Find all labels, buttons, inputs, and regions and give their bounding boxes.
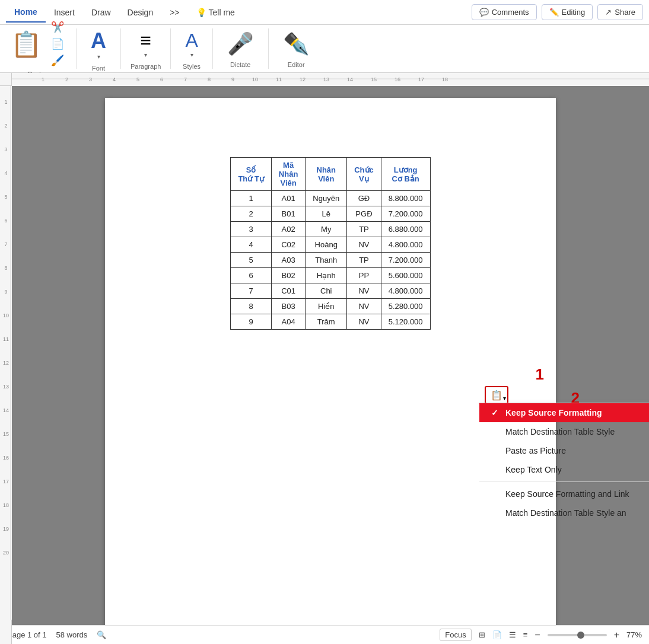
table-cell-1-4: 7.200.000: [381, 206, 430, 222]
tab-draw[interactable]: Draw: [83, 3, 119, 22]
svg-text:4: 4: [4, 170, 7, 176]
keep-source-link-option[interactable]: Keep Source Formatting and Link: [479, 484, 649, 503]
table-cell-7-3: NV: [347, 299, 381, 314]
page-icon[interactable]: 📄: [492, 630, 502, 639]
zoom-slider[interactable]: [548, 634, 607, 636]
dictate-button[interactable]: 🎤: [222, 29, 259, 59]
cut-icon: ✂️: [51, 21, 64, 34]
document-scroll-area[interactable]: SốThứ Tự MãNhânViên NhânViên ChứcVụ Lươn…: [12, 86, 649, 644]
list-view-icon[interactable]: ☰: [509, 630, 516, 639]
table-cell-0-0: 1: [231, 191, 271, 206]
svg-text:2: 2: [65, 76, 68, 82]
focus-button[interactable]: Focus: [440, 629, 471, 641]
zoom-plus[interactable]: +: [614, 630, 619, 640]
svg-text:3: 3: [89, 76, 92, 82]
paragraph-group: ≡ ▾ Paragraph: [131, 28, 171, 69]
svg-text:16: 16: [395, 76, 400, 82]
table-cell-3-1: C02: [271, 237, 306, 253]
copy-button[interactable]: 📄: [49, 36, 66, 52]
svg-text:20: 20: [3, 550, 9, 556]
align-icon[interactable]: ≡: [523, 630, 528, 639]
zoom-thumb: [577, 632, 584, 639]
paste-sub-buttons: ✂️ 📄 🖌️: [49, 20, 66, 68]
match-destination-option[interactable]: Match Destination Table Style: [479, 422, 649, 441]
dictate-group: 🎤 Dictate: [222, 28, 269, 69]
table-cell-2-0: 3: [231, 222, 271, 237]
table-cell-2-3: TP: [347, 222, 381, 237]
table-cell-7-2: Hiền: [306, 299, 347, 314]
table-row: 5A03ThanhTP7.200.000: [231, 253, 430, 268]
svg-text:15: 15: [3, 431, 9, 437]
proofing-icon[interactable]: 🔍: [97, 630, 106, 639]
check-icon: ✓: [491, 408, 501, 417]
table-cell-4-3: TP: [347, 253, 381, 268]
table-cell-1-1: B01: [271, 206, 306, 222]
svg-text:10: 10: [252, 76, 258, 82]
svg-text:5: 5: [136, 76, 139, 82]
data-table: SốThứ Tự MãNhânViên NhânViên ChứcVụ Lươn…: [230, 157, 430, 330]
ruler-svg: 1 2 3 4 5 6 7 8 9 10 11 12 13 14 15 16 1…: [12, 73, 649, 86]
paste-context-menu: ✓ Keep Source Formatting Match Destinati…: [479, 403, 649, 404]
layout-icon[interactable]: ⊞: [479, 630, 485, 639]
styles-group: A ▾ Styles: [180, 28, 212, 69]
table-cell-3-4: 4.800.000: [381, 237, 430, 253]
table-cell-4-1: A03: [271, 253, 306, 268]
svg-text:6: 6: [160, 76, 163, 82]
ribbon-right-buttons: 💬 Comments ✏️ Editing ↗ Share: [472, 4, 643, 20]
table-cell-6-0: 7: [231, 283, 271, 299]
paragraph-button[interactable]: ≡ ▾: [135, 27, 156, 60]
match-destination-link-option[interactable]: Match Destination Table Style an: [479, 503, 649, 522]
table-cell-4-4: 7.200.000: [381, 253, 430, 268]
table-header-nv: NhânViên: [306, 158, 347, 191]
styles-button[interactable]: A ▾: [180, 27, 202, 60]
font-group: A ▾ Font: [86, 28, 121, 69]
svg-text:13: 13: [323, 76, 329, 82]
keep-source-formatting-option[interactable]: ✓ Keep Source Formatting: [479, 403, 649, 422]
svg-text:8: 8: [208, 76, 211, 82]
app-window: Home Insert Draw Design >> 💡 Tell me 💬 C…: [0, 0, 649, 644]
svg-text:6: 6: [4, 218, 7, 224]
table-cell-4-0: 5: [231, 253, 271, 268]
table-header-row: SốThứ Tự MãNhânViên NhânViên ChứcVụ Lươn…: [231, 158, 430, 191]
ribbon-toolbar: 📋 ✂️ 📄 🖌️ Paste: [0, 25, 649, 72]
paste-button[interactable]: 📋: [6, 27, 46, 61]
table-body: 1A01NguyênGĐ8.800.0002B01LêPGĐ7.200.0003…: [231, 191, 430, 330]
ruler-corner: [0, 73, 12, 86]
svg-text:13: 13: [3, 384, 9, 390]
styles-label: Styles: [183, 63, 201, 70]
paste-as-picture-option[interactable]: Paste as Picture: [479, 441, 649, 460]
editor-button[interactable]: ✒️: [278, 29, 314, 59]
share-button[interactable]: ↗ Share: [597, 4, 643, 20]
paste-options-button[interactable]: 📋 ▾: [485, 386, 508, 404]
svg-text:12: 12: [3, 360, 9, 366]
svg-text:2: 2: [4, 123, 7, 129]
editing-button[interactable]: ✏️ Editing: [542, 4, 593, 20]
table-cell-8-0: 9: [231, 314, 271, 330]
table-header-luong: LươngCơ Bản: [381, 158, 430, 191]
font-button[interactable]: A ▾: [86, 26, 111, 62]
styles-dropdown-arrow: ▾: [190, 52, 193, 58]
table-cell-5-1: B02: [271, 268, 306, 283]
table-row: 3A02MyTP6.880.000: [231, 222, 430, 237]
svg-text:14: 14: [347, 76, 353, 82]
paste-clipboard-icon: 📋: [491, 390, 502, 401]
tab-more[interactable]: >>: [161, 3, 187, 22]
format-painter-button[interactable]: 🖌️: [49, 53, 66, 68]
svg-text:9: 9: [4, 289, 7, 295]
table-cell-2-2: My: [306, 222, 347, 237]
format-painter-icon: 🖌️: [51, 54, 64, 67]
svg-text:17: 17: [3, 479, 9, 484]
cut-button[interactable]: ✂️: [49, 20, 66, 35]
tab-insert[interactable]: Insert: [46, 3, 83, 22]
svg-rect-20: [0, 86, 12, 620]
comments-button[interactable]: 💬 Comments: [472, 4, 537, 20]
keep-text-only-option[interactable]: Keep Text Only: [479, 460, 649, 479]
tab-tell-me[interactable]: 💡 Tell me: [188, 3, 243, 22]
table-cell-8-4: 5.120.000: [381, 314, 430, 330]
table-row: 9A04TrâmNV5.120.000: [231, 314, 430, 330]
share-icon: ↗: [605, 8, 612, 17]
table-cell-5-4: 5.600.000: [381, 268, 430, 283]
table-row: 6B02HạnhPP5.600.000: [231, 268, 430, 283]
zoom-minus[interactable]: −: [535, 630, 540, 640]
tab-design[interactable]: Design: [119, 3, 162, 22]
